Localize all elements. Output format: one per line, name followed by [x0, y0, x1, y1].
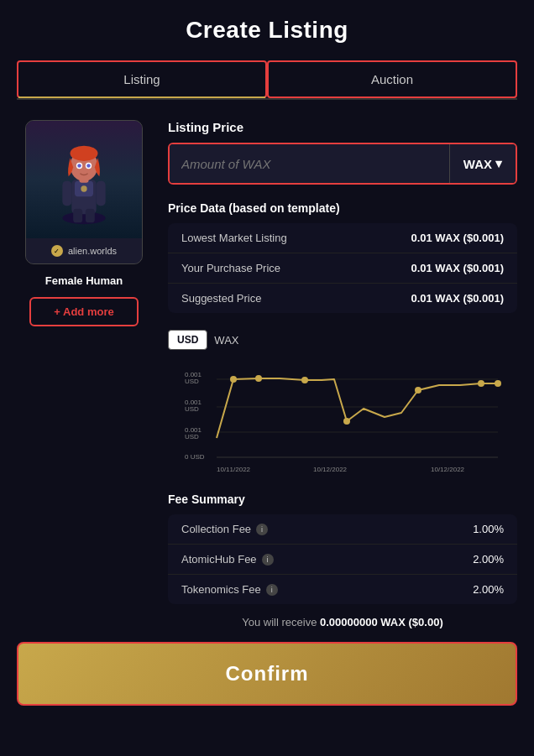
svg-point-29 [343, 418, 350, 425]
fee-summary-title: Fee Summary [168, 493, 517, 506]
left-panel: #1409389 [17, 120, 151, 642]
svg-point-12 [77, 164, 81, 168]
svg-point-9 [71, 146, 98, 161]
chart-toggle-row: USD WAX [168, 330, 517, 350]
price-data-section: Price Data (based on template) Lowest Ma… [168, 201, 517, 313]
fee-atomichub-value: 2.00% [473, 553, 504, 566]
fee-table: Collection Fee i 1.00% AtomicHub Fee i 2… [168, 514, 517, 604]
confirm-button[interactable]: Confirm [17, 642, 517, 706]
svg-point-27 [255, 375, 262, 382]
fee-summary-section: Fee Summary Collection Fee i 1.00% Atomi… [168, 493, 517, 604]
tokenomics-fee-info-icon[interactable]: i [266, 584, 278, 596]
main-content: #1409389 [17, 120, 517, 642]
atomichub-fee-info-icon[interactable]: i [262, 554, 274, 566]
fee-row-tokenomics: Tokenomics Fee i 2.00% [168, 575, 517, 604]
svg-point-13 [86, 164, 91, 168]
svg-point-30 [415, 387, 421, 394]
chart-toggle-usd[interactable]: USD [168, 330, 207, 350]
svg-rect-6 [86, 209, 95, 223]
fee-collection-label: Collection Fee i [181, 523, 268, 535]
price-data-row-1: Your Purchase Price 0.01 WAX ($0.001) [168, 253, 517, 284]
svg-text:USD: USD [185, 378, 199, 385]
price-data-row-2: Suggested Price 0.01 WAX ($0.001) [168, 284, 517, 313]
add-more-button[interactable]: + Add more [29, 297, 139, 326]
price-input-row: WAX ▾ [168, 143, 517, 185]
price-data-table: Lowest Market Listing 0.01 WAX ($0.001) … [168, 223, 517, 313]
fee-tokenomics-label: Tokenomics Fee i [181, 583, 278, 596]
svg-text:USD: USD [185, 433, 199, 441]
chart-svg: 0.001 USD 0.001 USD 0.001 USD 0 USD [168, 358, 517, 476]
chart-container: 0.001 USD 0.001 USD 0.001 USD 0 USD [168, 358, 517, 476]
fee-row-atomichub: AtomicHub Fee i 2.00% [168, 545, 517, 575]
nft-card: #1409389 [25, 120, 143, 264]
tabs-row: Listing Auction [17, 60, 517, 100]
nft-character-svg [50, 133, 118, 226]
svg-point-14 [81, 185, 86, 191]
fee-collection-value: 1.00% [473, 523, 504, 535]
listing-price-label: Listing Price [168, 120, 517, 134]
page-title: Create Listing [17, 17, 517, 44]
collection-dot: ✓ [51, 245, 63, 257]
svg-rect-5 [73, 209, 82, 223]
price-data-title: Price Data (based on template) [168, 201, 517, 215]
price-currency-selector[interactable]: WAX ▾ [449, 144, 516, 183]
tab-listing[interactable]: Listing [17, 60, 267, 98]
nft-collection-bar: ✓ alien.worlds [26, 238, 142, 263]
svg-point-28 [301, 377, 308, 383]
price-input[interactable] [170, 144, 449, 183]
chart-section: USD WAX 0.001 USD 0.001 USD 0.001 USD 0 … [168, 330, 517, 476]
receive-text: You will receive 0.00000000 WAX ($0.00) [168, 616, 517, 628]
nft-image [26, 121, 142, 238]
collection-name: alien.worlds [68, 246, 117, 256]
svg-point-31 [478, 380, 484, 387]
tab-auction[interactable]: Auction [267, 60, 517, 98]
fee-row-collection: Collection Fee i 1.00% [168, 514, 517, 545]
right-panel: Listing Price WAX ▾ Price Data (based on… [168, 120, 517, 642]
fee-tokenomics-value: 2.00% [473, 583, 504, 596]
svg-text:10/12/2022: 10/12/2022 [431, 466, 465, 473]
svg-text:10/12/2022: 10/12/2022 [313, 466, 348, 473]
svg-rect-4 [97, 181, 106, 206]
page-container: Create Listing Listing Auction #1409389 [0, 0, 534, 731]
svg-text:10/11/2022: 10/11/2022 [217, 466, 251, 473]
svg-text:USD: USD [185, 405, 199, 413]
svg-point-32 [495, 380, 501, 387]
svg-rect-3 [62, 181, 71, 206]
svg-point-26 [230, 376, 237, 383]
fee-atomichub-label: AtomicHub Fee i [181, 553, 274, 566]
price-data-row-0: Lowest Market Listing 0.01 WAX ($0.001) [168, 223, 517, 253]
svg-text:0 USD: 0 USD [185, 453, 205, 461]
chart-unit-wax: WAX [214, 334, 238, 347]
receive-amount: 0.00000000 WAX ($0.00) [320, 616, 443, 628]
collection-fee-info-icon[interactable]: i [256, 524, 268, 535]
nft-name: Female Human [45, 274, 123, 287]
